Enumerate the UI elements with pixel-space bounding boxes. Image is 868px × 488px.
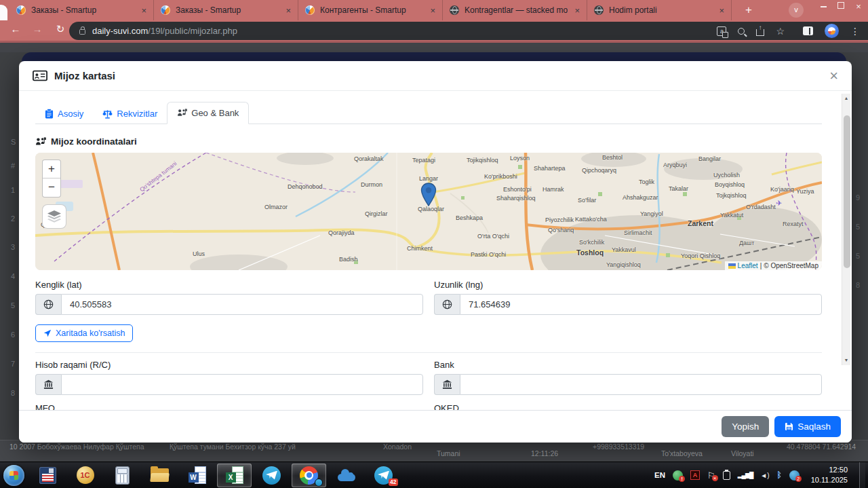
map-place-label: Sirlimachit [624,229,652,236]
clipboard-tray-icon[interactable] [723,471,730,480]
excel-icon: X [226,466,243,484]
taskbar-telegram[interactable] [254,464,289,487]
action-center-flag-icon[interactable]: ⚐ [707,471,715,480]
window-close-button[interactable]: × [854,2,863,12]
window-minimize-button[interactable] [819,2,827,12]
language-indicator[interactable]: EN [654,471,665,479]
tab-search-chevron-icon[interactable]: v [789,3,804,18]
account-label: Hisob raqami (R/C) [35,360,423,370]
tab-close-icon[interactable]: × [717,5,726,16]
bank-input[interactable] [460,374,822,395]
taskbar-save-app[interactable] [31,464,65,487]
show-on-map-button[interactable]: Xaritada ko'rsatish [35,324,133,342]
tab-close-icon[interactable]: × [573,5,581,16]
lat-input[interactable] [61,294,423,315]
saqlash-button[interactable]: Saqlash [774,416,841,437]
taskbar-cloud-app[interactable] [329,464,363,487]
tab-favicon [594,5,604,15]
map-place-label: Дашт [739,240,754,246]
tab-geo-bank[interactable]: Geo & Bank [167,102,249,124]
map-marker-pin[interactable] [420,183,437,207]
scrollbar-thumb[interactable] [844,115,850,268]
tab-title: Kontragentlar — stacked moda [465,5,568,15]
map-place-label: Ko'prikboshi [484,173,517,180]
show-desktop-button[interactable] [859,462,865,488]
map-place-label: Ulus [193,250,205,257]
lock-icon[interactable] [79,29,85,35]
tab-rekvizitlar[interactable]: Rekvizitlar [93,103,167,124]
tab-close-icon[interactable]: × [284,5,292,16]
taskbar-word[interactable]: W [180,464,214,487]
adobe-tray-icon[interactable]: A [690,470,700,480]
profile-avatar[interactable] [825,24,839,38]
lng-label: Uzunlik (lng) [434,280,822,290]
url-text[interactable]: daily-suvi.com/19l/public/mijozlar.php [92,26,237,36]
account-input[interactable] [61,374,423,395]
scales-icon [102,109,113,119]
browser-tab[interactable]: Kontragentlar — stacked moda × [443,0,587,20]
translate-icon[interactable]: a [717,26,726,36]
taskbar-explorer[interactable] [142,464,177,487]
floppy-app-icon [39,467,56,484]
tab-close-icon[interactable]: × [429,5,437,16]
map-layers-button[interactable] [42,204,66,229]
bookmark-star-icon[interactable]: ☆ [776,26,785,36]
lng-input[interactable] [460,294,822,315]
yopish-button[interactable]: Yopish [722,416,769,437]
antivirus-tray-icon[interactable] [673,470,683,481]
browser-tab[interactable]: Контрагенты - Smartup × [298,0,443,20]
map-place-label: Takalar [669,185,688,192]
tab-close-icon[interactable]: × [140,5,148,16]
back-button[interactable]: ← [8,23,23,35]
bluetooth-icon[interactable]: ᛒ [777,470,782,480]
start-button[interactable] [3,465,24,486]
clock[interactable]: 12:50 10.11.2025 [807,465,852,485]
reload-button[interactable]: ↻ [53,23,68,35]
map-place-label: Qorajiyda [328,229,355,236]
scroll-down-arrow[interactable]: ▼ [842,356,850,365]
zoom-out-button[interactable]: − [43,179,60,197]
taskbar-calculator[interactable] [105,464,140,487]
modal-close-icon[interactable]: × [829,69,838,83]
osm-link[interactable]: © OpenStreetMap [764,262,818,269]
leaflet-map[interactable]: ✈ QorakaltakTepatagiTojikqishloqLoysonSh… [35,153,822,270]
windows-taskbar: 1С W X 42 EN A ⚐ ▂▄▆█ ◄) ᛒ 12:50 10.11.2… [0,462,868,488]
window-restore-button[interactable] [837,2,845,12]
network-signal-icon[interactable]: ▂▄▆█ [738,472,753,478]
dimmed-cell-text: Xonadon [383,443,412,451]
dimmed-cell-text: 40.478804 71.642914 [787,443,856,451]
taskbar-chrome[interactable] [292,464,326,487]
zoom-lens-icon[interactable] [738,28,745,35]
telegram-icon [262,466,281,485]
map-place-label: Yakkavul [612,246,636,253]
tray-date: 10.11.2025 [811,475,848,485]
browser-tab[interactable]: Заказы - Smartup × [154,0,298,20]
leaflet-link[interactable]: Leaflet [738,262,758,269]
bank-label: Bank [434,360,822,370]
taskbar-telegram-2[interactable]: 42 [366,464,401,487]
scroll-up-arrow[interactable]: ▲ [842,94,850,103]
dimmed-table-row: 10 2007 Бобохўжаева Нилуфар ҚўштепаҚўште… [0,440,868,462]
messenger-tray-icon[interactable] [789,470,800,481]
map-place-label: So'kchilik [579,239,604,246]
taskbar-1c-app[interactable]: 1С [68,464,102,487]
modal-scrollbar[interactable]: ▲ ▼ [842,94,850,365]
side-panel-icon[interactable] [803,26,813,35]
tray-time: 12:50 [811,465,848,475]
partial-tab[interactable] [0,5,7,20]
browser-tab[interactable]: Заказы - Smartup × [9,0,154,20]
zoom-in-button[interactable]: + [43,160,60,179]
dimmed-cell-text: 10 2007 Бобохўжаева Нилуфар Қўштепа [9,443,144,451]
globe-icon [434,294,460,315]
tab-asosiy[interactable]: Asosiy [35,103,93,124]
modal-title: Mijoz kartasi [54,70,115,81]
forward-button[interactable]: → [30,23,45,35]
oked-label: OKED [434,403,822,410]
volume-icon[interactable]: ◄) [760,472,769,479]
browser-tab[interactable]: Hodim portali × [587,0,732,20]
new-tab-button[interactable]: + [741,3,756,17]
share-icon[interactable] [756,29,764,36]
address-bar[interactable]: daily-suvi.com/19l/public/mijozlar.php a… [69,22,868,40]
browser-menu-icon[interactable]: ⋮ [850,26,860,36]
taskbar-excel[interactable]: X [217,464,252,487]
